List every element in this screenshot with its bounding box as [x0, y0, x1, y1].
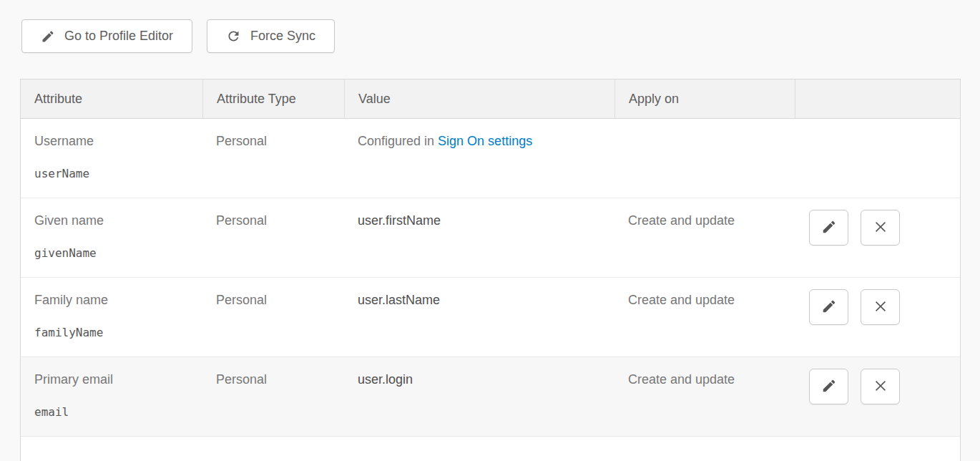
column-header-value: Value: [344, 79, 614, 118]
force-sync-button[interactable]: Force Sync: [207, 19, 335, 53]
go-to-profile-editor-button[interactable]: Go to Profile Editor: [21, 19, 192, 53]
attribute-cell: Family name familyName: [21, 278, 202, 356]
value-cell: user.lastName: [344, 278, 614, 356]
value-cell: Configured in Sign On settings: [344, 119, 614, 198]
table-row: Given name givenName Personal user.first…: [21, 198, 960, 278]
table-row: Username userName Personal Configured in…: [21, 119, 960, 198]
attribute-cell: Primary email email: [21, 357, 202, 436]
close-icon: [873, 219, 888, 237]
column-header-apply-on: Apply on: [614, 79, 795, 118]
force-sync-label: Force Sync: [250, 29, 315, 44]
column-header-attribute: Attribute: [21, 79, 202, 118]
attribute-type-cell: Personal: [202, 357, 344, 436]
pencil-icon: [821, 378, 837, 396]
attribute-cell: Username userName: [21, 119, 202, 198]
attribute-label: Primary email: [34, 372, 189, 387]
attribute-variable-name: familyName: [34, 326, 189, 339]
delete-attribute-button[interactable]: [861, 289, 900, 325]
table-row: [21, 437, 960, 461]
delete-attribute-button[interactable]: [861, 210, 900, 246]
actions-cell: [795, 119, 960, 198]
attribute-variable-name: email: [34, 405, 189, 419]
attribute-cell: Given name givenName: [21, 198, 202, 277]
edit-attribute-button[interactable]: [809, 289, 848, 325]
attribute-variable-name: userName: [34, 167, 189, 180]
attribute-variable-name: givenName: [34, 246, 189, 260]
apply-on-cell: Create and update: [614, 198, 795, 277]
value-cell: user.firstName: [344, 198, 614, 277]
actions-cell: [795, 357, 960, 436]
apply-on-cell: Create and update: [614, 278, 795, 356]
refresh-icon: [226, 29, 241, 44]
attribute-type-cell: Personal: [202, 198, 344, 277]
value-cell: user.login: [344, 357, 614, 436]
table-header: Attribute Attribute Type Value Apply on: [21, 79, 960, 119]
toolbar: Go to Profile Editor Force Sync: [21, 19, 335, 53]
edit-attribute-button[interactable]: [809, 210, 848, 246]
apply-on-cell: Create and update: [614, 357, 795, 436]
apply-on-cell: [614, 119, 795, 198]
table-row: Primary email email Personal user.login …: [21, 357, 960, 437]
pencil-icon: [41, 29, 55, 44]
column-header-actions: [795, 79, 960, 118]
attribute-label: Family name: [34, 293, 189, 308]
attribute-type-cell: Personal: [202, 119, 344, 198]
edit-attribute-button[interactable]: [809, 369, 848, 404]
go-to-profile-editor-label: Go to Profile Editor: [64, 29, 173, 44]
pencil-icon: [821, 219, 837, 237]
sign-on-settings-link[interactable]: Sign On settings: [438, 134, 532, 148]
value-prefix-text: Configured in: [358, 134, 438, 148]
close-icon: [873, 378, 888, 396]
attribute-mapping-table: Attribute Attribute Type Value Apply on …: [20, 79, 961, 461]
delete-attribute-button[interactable]: [861, 369, 900, 404]
actions-cell: [795, 278, 960, 356]
column-header-attribute-type: Attribute Type: [202, 79, 344, 118]
attribute-label: Username: [34, 134, 189, 149]
actions-cell: [795, 198, 960, 277]
attribute-label: Given name: [34, 213, 189, 228]
attribute-type-cell: Personal: [202, 278, 344, 356]
close-icon: [873, 299, 888, 316]
table-row: Family name familyName Personal user.las…: [21, 278, 960, 357]
pencil-icon: [821, 299, 837, 316]
